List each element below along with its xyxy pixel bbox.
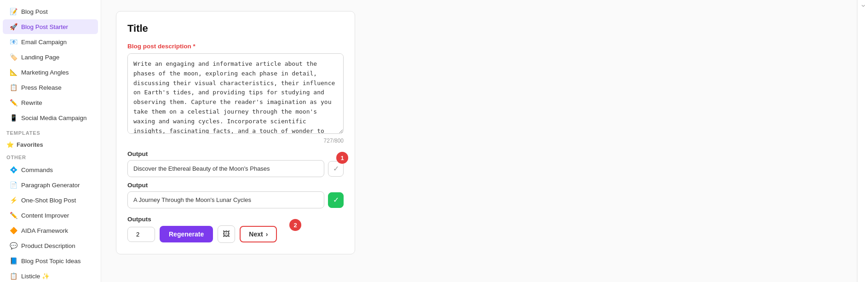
sidebar-item-label: Paragraph Generator [21,182,80,189]
sidebar-item-blog-post-topic-ideas[interactable]: 📘Blog Post Topic Ideas [3,253,98,268]
sidebar: 📝Blog Post🚀Blog Post Starter📧Email Campa… [0,0,101,282]
sidebar-item-icon: 🔶 [9,226,17,235]
output1-label: Output [127,150,344,157]
output1-input[interactable] [127,160,324,177]
sidebar-item-icon: ✏️ [9,98,17,107]
sidebar-item-label: Email Campaign [21,39,67,46]
sidebar-item-label: Social Media Campaign [21,115,87,121]
image-icon: 🖼 [223,230,230,238]
sidebar-item-icon: 📋 [9,272,17,280]
output1-section: Output ✓ 1 [127,150,344,177]
bubble-1: 1 [336,152,348,164]
required-mark: * [191,43,195,50]
output2-label: Output [127,182,344,189]
sidebar-item-product-description[interactable]: 💬Product Description [3,238,98,253]
sidebar-item-icon: 💠 [9,166,17,174]
sidebar-item-label: Press Release [21,84,62,91]
favorites-label: ⭐ Favorites [0,138,101,150]
sidebar-item-paragraph-generator[interactable]: 📄Paragraph Generator [3,178,98,192]
sidebar-item-label: Commands [21,167,53,173]
templates-section-label: TEMPLATES [0,126,101,138]
right-collapse-panel[interactable]: ‹ [857,0,868,282]
blog-post-description-textarea[interactable]: Write an engaging and informative articl… [127,53,344,134]
sidebar-item-label: Rewrite [21,99,42,106]
sidebar-item-label: Content Improver [21,212,69,219]
sidebar-item-label: Blog Post Starter [21,23,68,30]
sidebar-item-email-campaign[interactable]: 📧Email Campaign [3,35,98,49]
regenerate-button[interactable]: Regenerate [160,226,213,242]
sidebar-item-icon: 🚀 [9,23,17,31]
card-title: Title [127,23,344,35]
output1-check-icon: ✓ [333,164,339,173]
sidebar-item-icon: 📘 [9,257,17,265]
sidebar-item-label: Blog Post [21,8,48,15]
sidebar-item-icon: 📄 [9,181,17,189]
sidebar-item-aida-framework[interactable]: 🔶AIDA Framework [3,223,98,238]
char-count: 727/800 [127,138,344,144]
sidebar-item-blog-post-starter[interactable]: 🚀Blog Post Starter [3,19,98,34]
sidebar-item-press-release[interactable]: 📋Press Release [3,80,98,95]
bubble-2: 2 [289,219,301,231]
sidebar-item-rewrite[interactable]: ✏️Rewrite [3,95,98,110]
sidebar-item-label: Landing Page [21,54,59,61]
output2-check-button[interactable]: ✓ [328,192,344,208]
sidebar-item-content-improver[interactable]: ✏️Content Improver [3,208,98,223]
sidebar-item-icon: 📧 [9,38,17,46]
sidebar-item-icon: 🏷️ [9,53,17,61]
output2-input[interactable] [127,191,324,208]
sidebar-item-icon: 📝 [9,7,17,16]
collapse-icon: ‹ [859,5,867,7]
sidebar-item-label: Blog Post Topic Ideas [21,258,81,265]
sidebar-item-blog-post[interactable]: 📝Blog Post [3,4,98,19]
sidebar-item-label: Listicle ✨ [21,272,50,280]
sidebar-item-icon: 💬 [9,242,17,250]
outputs-controls: Outputs Regenerate 🖼 Next › 2 [127,216,344,243]
outputs-label: Outputs [127,216,344,223]
output2-section: Output ✓ [127,182,344,208]
sidebar-item-one-shot-blog-post[interactable]: ⚡One-Shot Blog Post [3,193,98,207]
main-content: Title Blog post description * Write an e… [101,0,857,282]
sidebar-item-marketing-angles[interactable]: 📐Marketing Angles [3,65,98,80]
sidebar-item-icon: 📋 [9,83,17,92]
sidebar-item-icon: 📱 [9,114,17,122]
sidebar-item-icon: ✏️ [9,211,17,219]
outputs-number-input[interactable] [127,227,155,242]
sidebar-item-label: AIDA Framework [21,227,68,234]
output1-row: ✓ 1 [127,160,344,177]
other-section-label: Other [0,150,101,162]
sidebar-item-label: Marketing Angles [21,69,69,76]
output2-check-icon: ✓ [333,196,339,204]
sidebar-item-commands[interactable]: 💠Commands [3,162,98,177]
desc-label: Blog post description * [127,43,344,50]
sidebar-item-label: Product Description [21,242,75,249]
sidebar-item-landing-page[interactable]: 🏷️Landing Page [3,50,98,64]
next-button[interactable]: Next › [240,226,277,242]
sidebar-item-listicle-[interactable]: 📋Listicle ✨ [3,269,98,282]
sidebar-item-icon: 📐 [9,68,17,76]
favorites-star-icon: ⭐ [6,141,14,148]
chevron-right-icon: › [266,230,268,238]
sidebar-item-social-media-campaign[interactable]: 📱Social Media Campaign [3,110,98,125]
sidebar-item-icon: ⚡ [9,196,17,204]
sidebar-item-label: One-Shot Blog Post [21,197,76,204]
output2-row: ✓ [127,191,344,208]
content-card: Title Blog post description * Write an e… [116,11,355,254]
image-button[interactable]: 🖼 [218,225,235,243]
